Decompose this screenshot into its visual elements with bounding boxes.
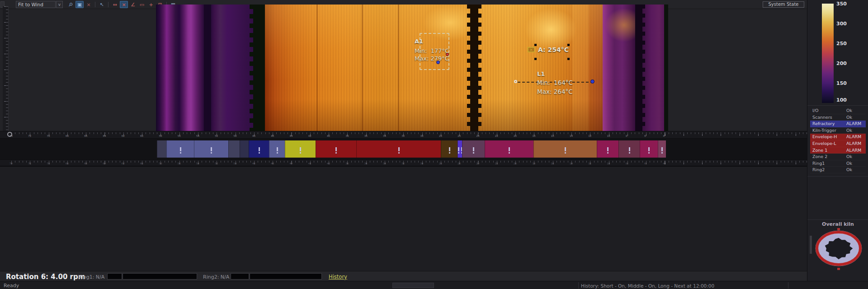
ruler-number: 12	[588, 135, 591, 137]
zone-segment[interactable]	[194, 140, 228, 158]
ruler-number: 38	[345, 135, 349, 137]
spot-meter-icon[interactable]: ×	[528, 47, 535, 52]
l1-start-marker[interactable]	[514, 80, 517, 83]
status-name: Ring2	[812, 167, 825, 173]
kiln-teeth-right	[642, 5, 645, 131]
ruler-number: 50	[234, 135, 237, 137]
zone-segment[interactable]	[285, 140, 316, 158]
image-mode-icon[interactable]: ▣	[75, 1, 84, 8]
status-name: Refractory	[812, 121, 835, 127]
zone-segment[interactable]	[157, 140, 166, 158]
zone-segment[interactable]	[597, 140, 618, 158]
zone-segment[interactable]	[462, 140, 485, 158]
zoom-dropdown-button[interactable]: v	[56, 1, 63, 8]
ruler-number: 72	[28, 135, 31, 137]
status-row-i-o[interactable]: I/OOk	[810, 107, 866, 114]
measure-point-icon[interactable]: +	[147, 1, 155, 8]
thermometer-icon	[648, 147, 650, 151]
zone-segment[interactable]	[240, 140, 249, 158]
l1-end-marker[interactable]	[590, 79, 594, 84]
ruler-number: 10	[607, 135, 610, 137]
measure-span-icon: ↔	[113, 2, 117, 8]
zone-segment[interactable]	[316, 140, 356, 158]
status-row-ring2[interactable]: Ring2Ok	[810, 167, 866, 173]
zone-segment[interactable]	[269, 140, 285, 158]
ruler-number: 4	[663, 135, 665, 137]
ruler-number: 30	[420, 135, 424, 137]
thermometer-icon	[449, 147, 450, 151]
ruler-number: 68	[66, 135, 69, 137]
overall-kiln-gauge[interactable]	[813, 228, 864, 271]
delete-measure-icon[interactable]: ×	[120, 1, 128, 8]
history-link[interactable]: History	[329, 274, 347, 280]
thermal-seam	[362, 5, 363, 131]
zone-segment[interactable]	[658, 140, 666, 158]
zone-segment[interactable]	[640, 140, 658, 158]
measure-angle-icon[interactable]: ∠	[129, 1, 137, 8]
a1-max-readout: Max: 279°C	[415, 55, 449, 62]
thermometer-icon	[259, 147, 260, 151]
thermometer-icon	[300, 147, 301, 151]
cursor-icon: ↖	[99, 2, 104, 8]
system-state-button[interactable]: System State	[763, 1, 804, 8]
zone-segment[interactable]	[228, 140, 240, 158]
selection-handle[interactable]	[534, 44, 537, 46]
zoom-level-select[interactable]: Fit to Wind	[16, 1, 56, 8]
status-row-envelope-h[interactable]: Envelope-HALARM	[810, 134, 866, 140]
thermometer-icon	[458, 147, 459, 151]
zone-segment[interactable]	[533, 140, 597, 158]
selection-handle[interactable]	[534, 58, 537, 60]
thermal-seam	[316, 5, 318, 131]
zone-segment[interactable]	[458, 140, 462, 158]
measure-span-icon[interactable]: ↔	[111, 1, 119, 8]
status-row-zone-2[interactable]: Zone 2Ok	[810, 154, 866, 160]
zone-segment[interactable]	[618, 140, 640, 158]
selection-handle[interactable]	[567, 58, 570, 60]
zone-strip	[0, 139, 807, 159]
measure-area-icon[interactable]: ▭	[138, 1, 146, 8]
status-row-kiln-trigger[interactable]: Kiln-TriggerOk	[810, 127, 866, 134]
ruler-number: 36	[364, 162, 368, 165]
measure-area-icon: ▭	[140, 2, 144, 8]
thermal-dark-slot	[204, 5, 211, 131]
a1-min-readout: Min: 177°C	[415, 47, 449, 54]
profile-panel: Horizontal Profile Reference 22113693002…	[0, 166, 807, 271]
a1-region-label: A1	[415, 38, 423, 45]
ruler-number: 22	[495, 162, 498, 165]
zone-segment[interactable]	[356, 140, 441, 158]
ruler-number: 24	[476, 162, 480, 165]
status-row-ring1[interactable]: Ring1Ok	[810, 160, 866, 167]
status-ready: Ready	[4, 283, 19, 289]
status-row-envelope-l[interactable]: Envelope-LALARM	[810, 140, 866, 147]
status-row-zone-1[interactable]: Zone 1ALARM	[810, 147, 866, 154]
zone-segment[interactable]	[441, 140, 458, 158]
clear-zoom-icon[interactable]: ×	[85, 1, 93, 8]
ruler-number: 42	[308, 162, 311, 165]
sidebar-scrollbar[interactable]	[810, 236, 812, 254]
zone-segment[interactable]	[485, 140, 533, 158]
ruler-number: 42	[308, 135, 311, 137]
cursor-icon[interactable]: ↖	[98, 1, 106, 8]
delete-measure-icon: ×	[122, 2, 126, 8]
temperature-color-scale	[822, 4, 834, 103]
zone-segment[interactable]	[166, 140, 194, 158]
l1-min-readout: Min: 164°C	[537, 79, 573, 86]
ruler-origin-icon[interactable]	[7, 132, 12, 137]
ruler-number: 40	[327, 135, 330, 137]
status-name: Ring1	[812, 160, 825, 167]
horizontal-ruler-top: 7472706866646260585654525048464442403836…	[0, 131, 807, 139]
search-icon[interactable]: ⚲	[66, 1, 75, 8]
status-row-refractory[interactable]: RefractoryALARM	[810, 121, 866, 127]
ring1-progress	[123, 273, 197, 280]
ruler-number: 38	[345, 162, 349, 165]
color-scale-label: 350	[836, 1, 847, 7]
ruler-number: 8	[626, 162, 627, 165]
ruler-number: 66	[84, 162, 87, 165]
zone-segment[interactable]	[249, 140, 269, 158]
ring2-value-box	[231, 273, 249, 280]
thermometer-icon	[277, 147, 278, 151]
status-row-scanners[interactable]: ScannersOk	[810, 114, 866, 121]
ruler-number: 24	[476, 135, 480, 137]
thermal-image[interactable]: A1 Min: 177°C Max: 279°C × A: 254°C L1 M…	[156, 5, 668, 131]
search-icon: ⚲	[67, 1, 74, 8]
